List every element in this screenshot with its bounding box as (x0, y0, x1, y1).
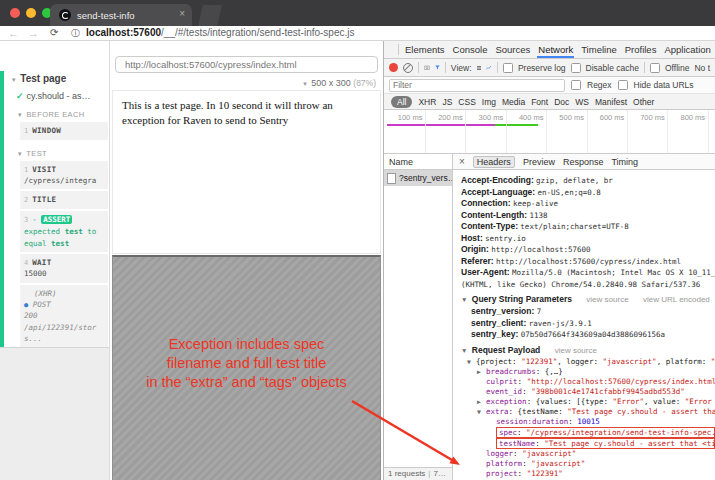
command-window[interactable]: 1WINDOW (20, 122, 108, 140)
screenshot-icon[interactable] (424, 63, 430, 72)
resource-filter-css[interactable]: CSS (458, 97, 475, 107)
close-icon[interactable]: × (459, 156, 465, 167)
view-url-encoded-link[interactable]: view URL encoded (643, 295, 710, 304)
payload-token: "122391" (527, 469, 563, 478)
command-wait[interactable]: 4WAIT15000 (20, 254, 108, 283)
before-each-section[interactable]: ▾ BEFORE EACH (18, 110, 109, 119)
resource-filter-ws[interactable]: WS (575, 97, 589, 107)
detail-tab-preview[interactable]: Preview (523, 157, 555, 167)
filter-input[interactable] (389, 79, 565, 92)
header-line: sentry_version: 7 (471, 306, 715, 318)
command-visit[interactable]: 1VISIT/cypress/integra (20, 161, 108, 190)
devtools-tabs: ElementsConsoleSourcesNetworkTimelinePro… (404, 41, 715, 58)
disable-cache-checkbox[interactable] (571, 63, 581, 73)
payload-token: breadcrumbs (486, 367, 536, 376)
timeline-gridline (425, 110, 426, 153)
payload-token: "Test page cy.should - assert that <titl (567, 407, 715, 416)
assert-word: test (65, 227, 83, 236)
disclosure-triangle-icon[interactable]: ▼ (461, 347, 467, 354)
payload-token: "Error on purp (685, 397, 715, 406)
resource-filter-font[interactable]: Font (531, 97, 548, 107)
close-window-button[interactable] (10, 8, 20, 18)
disclosure-triangle-icon[interactable]: ▶ (477, 367, 486, 377)
command-name: VISIT (32, 165, 56, 174)
view-list-icon[interactable] (477, 64, 482, 72)
network-overview-timeline[interactable]: 100 ms200 ms300 ms400 ms500 ms600 ms700 … (384, 110, 715, 154)
header-name: Content-Length: (461, 210, 527, 220)
command-assert[interactable]: 3- ASSERTexpected test to equal test (20, 211, 108, 252)
detail-tab-headers[interactable]: Headers (473, 156, 515, 168)
command-title[interactable]: 2TITLE (20, 191, 108, 209)
offline-checkbox[interactable] (650, 63, 660, 73)
divider (497, 62, 498, 73)
divider (398, 44, 399, 55)
view-source-link[interactable]: view source (555, 346, 597, 355)
throttling-select[interactable]: No t (694, 63, 710, 73)
reload-icon[interactable]: ⟳ (50, 26, 58, 40)
browser-tab[interactable]: send-test-info × (50, 4, 192, 26)
devtools-tab-network[interactable]: Network (537, 41, 574, 58)
viewport-size-selector[interactable]: ▾ 500 x 300 (87%) (303, 78, 376, 88)
test-section[interactable]: ▾ TEST (18, 149, 109, 158)
resource-filter-img[interactable]: Img (482, 97, 496, 107)
disclosure-triangle-icon[interactable]: ▼ (461, 296, 467, 303)
resource-filter-manifest[interactable]: Manifest (595, 97, 627, 107)
query-string-list: sentry_version: 7sentry_client: raven-js… (471, 306, 715, 341)
devtools-tab-sources[interactable]: Sources (494, 41, 531, 58)
header-line: Accept-Encoding: gzip, deflate, br (461, 175, 715, 187)
request-count: 1 requests (388, 468, 425, 480)
resource-filter-other[interactable]: Other (633, 97, 654, 107)
payload-token: "javascript" (602, 357, 656, 366)
command-xhr[interactable]: (XHR) ● POST 200 /api/122391/stor s... (20, 285, 108, 348)
payload-token: "122391" (521, 357, 557, 366)
resource-filter-all[interactable]: All (391, 96, 412, 108)
disclosure-triangle-icon[interactable]: ▶ (477, 397, 486, 407)
view-timeline-icon[interactable] (486, 64, 491, 72)
detail-tab-response[interactable]: Response (563, 157, 604, 167)
request-name-column: Name ?sentry_vers… 1 requests | 7… (384, 154, 453, 480)
forward-icon[interactable]: → (28, 26, 39, 40)
request-doc-icon (387, 173, 396, 184)
header-name: Content-Type: (461, 221, 518, 231)
caret-down-icon: ▾ (12, 76, 16, 83)
request-row-selected[interactable]: ?sentry_vers… (384, 170, 452, 186)
devtools-tab-timeline[interactable]: Timeline (580, 41, 618, 58)
disclosure-triangle-icon[interactable]: ▼ (467, 357, 476, 367)
aut-url-display[interactable]: http://localhost:57600/cypress/index.htm… (115, 56, 378, 73)
name-column-header[interactable]: Name (384, 154, 452, 170)
view-source-link[interactable]: view source (586, 295, 628, 304)
test-row[interactable]: ✓cy.should - as… (16, 91, 109, 101)
resource-filter-js[interactable]: JS (442, 97, 452, 107)
devtools-tab-console[interactable]: Console (452, 41, 489, 58)
resource-filter-xhr[interactable]: XHR (418, 97, 436, 107)
offline-label: Offline (665, 63, 689, 73)
filter-icon[interactable] (435, 63, 440, 72)
cypress-reporter-sidebar: ▾ Test page ✓cy.should - as… ▾ BEFORE EA… (0, 41, 110, 480)
resource-filter-media[interactable]: Media (502, 97, 525, 107)
disclosure-triangle-icon[interactable]: ▼ (477, 407, 486, 417)
page-info-icon[interactable]: ⓘ (71, 26, 80, 40)
hide-data-urls-checkbox[interactable] (618, 80, 628, 90)
devtools-tab-application[interactable]: Application (663, 41, 711, 58)
devtools-tab-elements[interactable]: Elements (404, 41, 446, 58)
record-icon[interactable] (389, 63, 398, 72)
xhr-status: 200 (24, 310, 105, 321)
preserve-log-checkbox[interactable] (503, 63, 513, 73)
payload-line: ▶breadcrumbs: {,…} (461, 367, 715, 377)
caret-down-icon: ▾ (303, 80, 307, 87)
timeline-tick: 700 ms (626, 113, 666, 122)
divider: | (428, 468, 430, 480)
header-name: Accept-Language: (461, 187, 535, 197)
minimize-window-button[interactable] (26, 8, 36, 18)
address-bar[interactable]: localhost:57600/__/#/tests/integration/s… (86, 26, 354, 40)
detail-tab-timing[interactable]: Timing (611, 157, 638, 167)
tab-close-icon[interactable]: × (179, 8, 185, 19)
back-icon[interactable]: ← (8, 26, 19, 40)
new-tab-button[interactable] (198, 5, 222, 26)
regex-checkbox[interactable] (571, 80, 581, 90)
payload-token: exception (486, 397, 527, 406)
resource-filter-doc[interactable]: Doc (554, 97, 569, 107)
clear-icon[interactable] (403, 63, 413, 73)
devtools-tab-profiles[interactable]: Profiles (624, 41, 658, 58)
spec-title-row[interactable]: ▾ Test page (12, 73, 109, 84)
